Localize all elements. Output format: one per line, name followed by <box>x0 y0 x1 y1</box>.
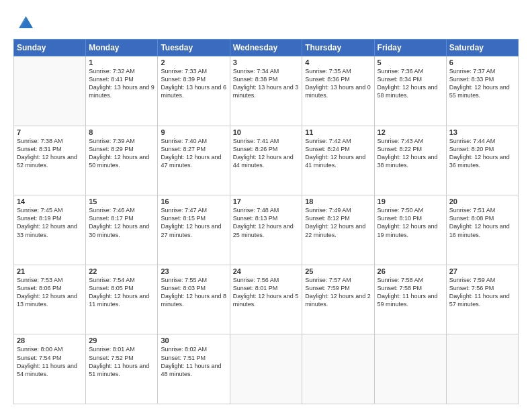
day-info: Sunrise: 7:46 AM Sunset: 8:17 PM Dayligh… <box>89 206 154 239</box>
day-cell: 1Sunrise: 7:32 AM Sunset: 8:41 PM Daylig… <box>86 56 158 126</box>
day-number: 27 <box>449 267 515 275</box>
day-cell: 20Sunrise: 7:51 AM Sunset: 8:08 PM Dayli… <box>446 195 518 265</box>
day-info: Sunrise: 7:35 AM Sunset: 8:36 PM Dayligh… <box>305 67 371 100</box>
day-cell: 30Sunrise: 8:02 AM Sunset: 7:51 PM Dayli… <box>158 334 230 404</box>
day-info: Sunrise: 7:55 AM Sunset: 8:03 PM Dayligh… <box>161 276 226 309</box>
day-cell: 28Sunrise: 8:00 AM Sunset: 7:54 PM Dayli… <box>14 334 86 404</box>
day-cell <box>374 334 446 404</box>
header <box>13 12 519 32</box>
day-cell: 22Sunrise: 7:54 AM Sunset: 8:05 PM Dayli… <box>86 265 158 334</box>
day-number: 21 <box>17 267 83 275</box>
day-number: 24 <box>233 267 300 275</box>
day-cell <box>302 334 374 404</box>
day-info: Sunrise: 7:40 AM Sunset: 8:27 PM Dayligh… <box>161 137 226 170</box>
day-number: 3 <box>233 58 300 66</box>
day-info: Sunrise: 7:54 AM Sunset: 8:05 PM Dayligh… <box>89 276 154 309</box>
week-row-3: 14Sunrise: 7:45 AM Sunset: 8:19 PM Dayli… <box>14 195 519 265</box>
day-number: 29 <box>89 336 154 345</box>
day-cell <box>230 334 302 404</box>
day-number: 4 <box>305 58 371 66</box>
day-cell: 26Sunrise: 7:58 AM Sunset: 7:58 PM Dayli… <box>374 265 446 334</box>
day-number: 1 <box>89 58 154 66</box>
day-number: 23 <box>161 267 226 275</box>
day-number: 6 <box>449 58 515 66</box>
day-cell: 7Sunrise: 7:38 AM Sunset: 8:31 PM Daylig… <box>14 126 86 195</box>
day-cell: 24Sunrise: 7:56 AM Sunset: 8:01 PM Dayli… <box>230 265 302 334</box>
day-number: 8 <box>89 128 154 136</box>
day-number: 22 <box>89 267 154 275</box>
day-cell: 8Sunrise: 7:39 AM Sunset: 8:29 PM Daylig… <box>86 126 158 195</box>
day-number: 12 <box>378 128 443 136</box>
day-cell: 27Sunrise: 7:59 AM Sunset: 7:56 PM Dayli… <box>446 265 518 334</box>
day-info: Sunrise: 7:56 AM Sunset: 8:01 PM Dayligh… <box>233 276 300 309</box>
page: SundayMondayTuesdayWednesdayThursdayFrid… <box>0 0 532 411</box>
day-info: Sunrise: 7:41 AM Sunset: 8:26 PM Dayligh… <box>233 137 300 170</box>
day-info: Sunrise: 7:57 AM Sunset: 7:59 PM Dayligh… <box>305 276 371 309</box>
weekday-header-tuesday: Tuesday <box>158 40 230 56</box>
day-number: 19 <box>378 197 443 205</box>
day-cell <box>446 334 518 404</box>
day-cell: 21Sunrise: 7:53 AM Sunset: 8:06 PM Dayli… <box>14 265 86 334</box>
day-info: Sunrise: 7:48 AM Sunset: 8:13 PM Dayligh… <box>233 206 300 239</box>
day-number: 2 <box>161 58 226 66</box>
day-info: Sunrise: 8:00 AM Sunset: 7:54 PM Dayligh… <box>17 345 83 378</box>
day-info: Sunrise: 7:51 AM Sunset: 8:08 PM Dayligh… <box>449 206 515 239</box>
day-cell <box>14 56 86 126</box>
day-info: Sunrise: 7:49 AM Sunset: 8:12 PM Dayligh… <box>305 206 371 239</box>
day-info: Sunrise: 7:36 AM Sunset: 8:34 PM Dayligh… <box>378 67 443 100</box>
day-info: Sunrise: 7:53 AM Sunset: 8:06 PM Dayligh… <box>17 276 83 309</box>
week-row-4: 21Sunrise: 7:53 AM Sunset: 8:06 PM Dayli… <box>14 265 519 334</box>
week-row-5: 28Sunrise: 8:00 AM Sunset: 7:54 PM Dayli… <box>14 334 519 404</box>
day-number: 11 <box>305 128 371 136</box>
weekday-header-thursday: Thursday <box>302 40 374 56</box>
day-info: Sunrise: 7:59 AM Sunset: 7:56 PM Dayligh… <box>449 276 515 309</box>
day-cell: 25Sunrise: 7:57 AM Sunset: 7:59 PM Dayli… <box>302 265 374 334</box>
day-number: 30 <box>161 336 226 345</box>
weekday-header-saturday: Saturday <box>446 40 518 56</box>
day-info: Sunrise: 7:33 AM Sunset: 8:39 PM Dayligh… <box>161 67 226 100</box>
day-number: 17 <box>233 197 300 205</box>
day-cell: 3Sunrise: 7:34 AM Sunset: 8:38 PM Daylig… <box>230 56 302 126</box>
day-number: 9 <box>161 128 226 136</box>
day-cell: 23Sunrise: 7:55 AM Sunset: 8:03 PM Dayli… <box>158 265 230 334</box>
day-info: Sunrise: 7:58 AM Sunset: 7:58 PM Dayligh… <box>378 276 443 309</box>
day-cell: 18Sunrise: 7:49 AM Sunset: 8:12 PM Dayli… <box>302 195 374 265</box>
day-info: Sunrise: 7:44 AM Sunset: 8:20 PM Dayligh… <box>449 137 515 170</box>
weekday-header-sunday: Sunday <box>14 40 86 56</box>
day-cell: 19Sunrise: 7:50 AM Sunset: 8:10 PM Dayli… <box>374 195 446 265</box>
weekday-header-monday: Monday <box>86 40 158 56</box>
day-info: Sunrise: 7:43 AM Sunset: 8:22 PM Dayligh… <box>378 137 443 170</box>
day-number: 14 <box>17 197 83 205</box>
weekday-header-friday: Friday <box>374 40 446 56</box>
logo-icon <box>15 12 35 32</box>
day-info: Sunrise: 7:45 AM Sunset: 8:19 PM Dayligh… <box>17 206 83 239</box>
day-number: 10 <box>233 128 300 136</box>
day-number: 5 <box>378 58 443 66</box>
day-cell: 4Sunrise: 7:35 AM Sunset: 8:36 PM Daylig… <box>302 56 374 126</box>
week-row-1: 1Sunrise: 7:32 AM Sunset: 8:41 PM Daylig… <box>14 56 519 126</box>
day-info: Sunrise: 8:02 AM Sunset: 7:51 PM Dayligh… <box>161 345 226 378</box>
day-info: Sunrise: 7:42 AM Sunset: 8:24 PM Dayligh… <box>305 137 371 170</box>
day-info: Sunrise: 7:37 AM Sunset: 8:33 PM Dayligh… <box>449 67 515 100</box>
calendar-table: SundayMondayTuesdayWednesdayThursdayFrid… <box>13 39 519 404</box>
day-cell: 2Sunrise: 7:33 AM Sunset: 8:39 PM Daylig… <box>158 56 230 126</box>
day-number: 16 <box>161 197 226 205</box>
day-cell: 16Sunrise: 7:47 AM Sunset: 8:15 PM Dayli… <box>158 195 230 265</box>
day-cell: 9Sunrise: 7:40 AM Sunset: 8:27 PM Daylig… <box>158 126 230 195</box>
day-cell: 10Sunrise: 7:41 AM Sunset: 8:26 PM Dayli… <box>230 126 302 195</box>
day-cell: 15Sunrise: 7:46 AM Sunset: 8:17 PM Dayli… <box>86 195 158 265</box>
day-cell: 17Sunrise: 7:48 AM Sunset: 8:13 PM Dayli… <box>230 195 302 265</box>
day-number: 18 <box>305 197 371 205</box>
day-info: Sunrise: 7:47 AM Sunset: 8:15 PM Dayligh… <box>161 206 226 239</box>
day-info: Sunrise: 7:34 AM Sunset: 8:38 PM Dayligh… <box>233 67 300 100</box>
week-row-2: 7Sunrise: 7:38 AM Sunset: 8:31 PM Daylig… <box>14 126 519 195</box>
day-info: Sunrise: 8:01 AM Sunset: 7:52 PM Dayligh… <box>89 345 154 378</box>
day-cell: 29Sunrise: 8:01 AM Sunset: 7:52 PM Dayli… <box>86 334 158 404</box>
day-cell: 14Sunrise: 7:45 AM Sunset: 8:19 PM Dayli… <box>14 195 86 265</box>
day-number: 26 <box>378 267 443 275</box>
day-cell: 11Sunrise: 7:42 AM Sunset: 8:24 PM Dayli… <box>302 126 374 195</box>
day-number: 7 <box>17 128 83 136</box>
weekday-header-row: SundayMondayTuesdayWednesdayThursdayFrid… <box>14 40 519 56</box>
day-cell: 13Sunrise: 7:44 AM Sunset: 8:20 PM Dayli… <box>446 126 518 195</box>
weekday-header-wednesday: Wednesday <box>230 40 302 56</box>
